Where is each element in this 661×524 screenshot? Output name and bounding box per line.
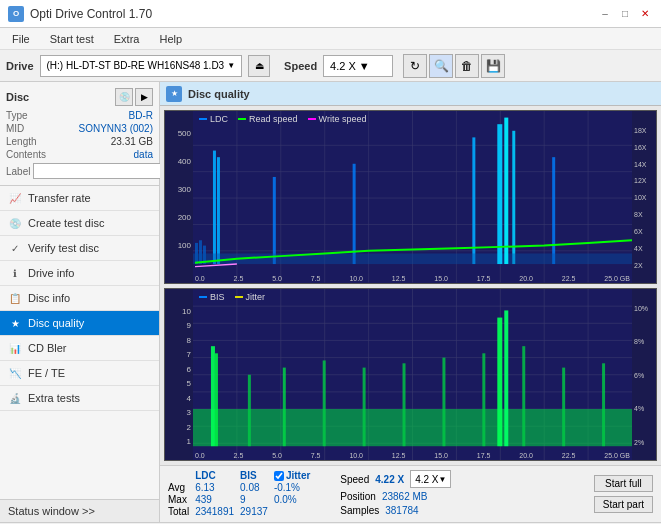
sidebar-item-drive-info[interactable]: ℹ Drive info	[0, 261, 159, 286]
sidebar-item-verify-test-disc[interactable]: ✓ Verify test disc	[0, 236, 159, 261]
svg-rect-57	[522, 346, 525, 446]
disc-type-row: Type BD-R	[6, 110, 153, 121]
sidebar-item-label: Extra tests	[28, 392, 80, 404]
stats-col-ldc: LDC	[195, 470, 240, 482]
disc-icon-btn-1[interactable]: 💿	[115, 88, 133, 106]
disc-contents-label: Contents	[6, 149, 46, 160]
disc-label-input[interactable]	[33, 163, 166, 179]
charts-area: 500 400 300 200 100 LDC	[160, 106, 661, 465]
jitter-label: Jitter	[286, 470, 310, 481]
y-tick: 500	[167, 129, 191, 138]
x-tick-0: 0.0	[195, 275, 205, 282]
close-button[interactable]: ✕	[637, 6, 653, 22]
sidebar: Disc 💿 ▶ Type BD-R MID SONYNN3 (002) Len…	[0, 82, 160, 522]
stats-avg-ldc: 6.13	[195, 482, 240, 494]
y-tick-bis-1: 1	[167, 437, 191, 446]
fe-te-icon: 📉	[8, 366, 22, 380]
x-tick-bis-2: 5.0	[272, 452, 282, 459]
drive-select[interactable]: (H:) HL-DT-ST BD-RE WH16NS48 1.D3 ▼	[40, 55, 243, 77]
erase-button[interactable]: 🗑	[455, 54, 479, 78]
stats-col-bis: BIS	[240, 470, 274, 482]
legend-read-speed: Read speed	[238, 114, 298, 124]
y-tick: 300	[167, 185, 191, 194]
x-tick-8: 20.0	[519, 275, 533, 282]
sidebar-item-cd-bler[interactable]: 📊 CD Bler	[0, 336, 159, 361]
sidebar-item-create-test-disc[interactable]: 💿 Create test disc	[0, 211, 159, 236]
jitter-checkbox[interactable]	[274, 471, 284, 481]
start-full-button[interactable]: Start full	[594, 475, 653, 492]
x-tick-7: 17.5	[477, 275, 491, 282]
disc-header: Disc 💿 ▶	[6, 88, 153, 106]
svg-rect-23	[552, 157, 555, 264]
speed-stat-value: 4.22 X	[375, 474, 404, 485]
x-tick-2: 5.0	[272, 275, 282, 282]
x-tick-bis-1: 2.5	[234, 452, 244, 459]
sidebar-item-label: FE / TE	[28, 367, 65, 379]
sidebar-item-label: Transfer rate	[28, 192, 91, 204]
status-window-label: Status window >>	[8, 505, 95, 517]
status-window-btn[interactable]: Status window >>	[0, 499, 159, 522]
sidebar-item-disc-quality[interactable]: ★ Disc quality	[0, 311, 159, 336]
menubar: File Start test Extra Help	[0, 28, 661, 50]
speed-stat-row: Speed 4.22 X 4.2 X ▼	[340, 470, 451, 488]
eject-button[interactable]: ⏏	[248, 55, 270, 77]
disc-quality-icon: ★	[8, 316, 22, 330]
x-tick-3: 7.5	[311, 275, 321, 282]
drivebar: Drive (H:) HL-DT-ST BD-RE WH16NS48 1.D3 …	[0, 50, 661, 82]
sidebar-item-fe-te[interactable]: 📉 FE / TE	[0, 361, 159, 386]
titlebar-controls: – □ ✕	[597, 6, 653, 22]
sidebar-item-extra-tests[interactable]: 🔬 Extra tests	[0, 386, 159, 411]
chart-bis-svg	[193, 289, 632, 461]
speed-label: Speed	[284, 60, 317, 72]
sidebar-item-label: Verify test disc	[28, 242, 99, 254]
menu-extra[interactable]: Extra	[110, 32, 144, 46]
sidebar-item-label: Drive info	[28, 267, 74, 279]
speed-select[interactable]: 4.2 X ▼	[323, 55, 393, 77]
stats-row-total-label: Total	[168, 506, 195, 518]
stats-area: LDC BIS Jitter Avg	[160, 465, 661, 522]
maximize-button[interactable]: □	[617, 6, 633, 22]
speed-select-small[interactable]: 4.2 X ▼	[410, 470, 451, 488]
start-part-button[interactable]: Start part	[594, 496, 653, 513]
x-tick-bis-6: 15.0	[434, 452, 448, 459]
svg-rect-56	[504, 310, 508, 446]
svg-rect-50	[323, 360, 326, 446]
speed-position-stats: Speed 4.22 X 4.2 X ▼ Position 23862 MB S…	[340, 470, 451, 518]
svg-rect-52	[403, 363, 406, 446]
chart-ldc-inner: LDC Read speed Write speed	[193, 111, 632, 283]
x-tick-bis-4: 10.0	[349, 452, 363, 459]
x-tick-bis-5: 12.5	[392, 452, 406, 459]
titlebar-left: O Opti Drive Control 1.70	[8, 6, 152, 22]
y-tick-bis-8: 8	[167, 336, 191, 345]
refresh-button[interactable]: ↻	[403, 54, 427, 78]
disc-type-label: Type	[6, 110, 28, 121]
stats-jitter-checkbox-cell[interactable]: Jitter	[274, 470, 316, 482]
cd-bler-icon: 📊	[8, 341, 22, 355]
disc-length-value: 23.31 GB	[111, 136, 153, 147]
content-header: ★ Disc quality	[160, 82, 661, 106]
y-tick-bis-2: 2	[167, 423, 191, 432]
svg-rect-26	[504, 118, 508, 264]
x-tick-5: 12.5	[392, 275, 406, 282]
sidebar-item-transfer-rate[interactable]: 📈 Transfer rate	[0, 186, 159, 211]
save-button[interactable]: 💾	[481, 54, 505, 78]
svg-rect-24	[193, 253, 632, 264]
content-header-icon: ★	[166, 86, 182, 102]
disc-mid-label: MID	[6, 123, 24, 134]
menu-file[interactable]: File	[8, 32, 34, 46]
svg-rect-17	[213, 151, 216, 264]
stats-max-ldc: 439	[195, 494, 240, 506]
disc-length-row: Length 23.31 GB	[6, 136, 153, 147]
y-tick-bis-3: 3	[167, 408, 191, 417]
svg-rect-54	[482, 353, 485, 446]
scan-button[interactable]: 🔍	[429, 54, 453, 78]
legend-bis-label: BIS	[210, 292, 225, 302]
chart-ldc: 500 400 300 200 100 LDC	[164, 110, 657, 284]
menu-start-test[interactable]: Start test	[46, 32, 98, 46]
disc-icon-btn-2[interactable]: ▶	[135, 88, 153, 106]
sidebar-item-disc-info[interactable]: 📋 Disc info	[0, 286, 159, 311]
minimize-button[interactable]: –	[597, 6, 613, 22]
menu-help[interactable]: Help	[155, 32, 186, 46]
stats-total-ldc: 2341891	[195, 506, 240, 518]
stats-row-max-label: Max	[168, 494, 195, 506]
